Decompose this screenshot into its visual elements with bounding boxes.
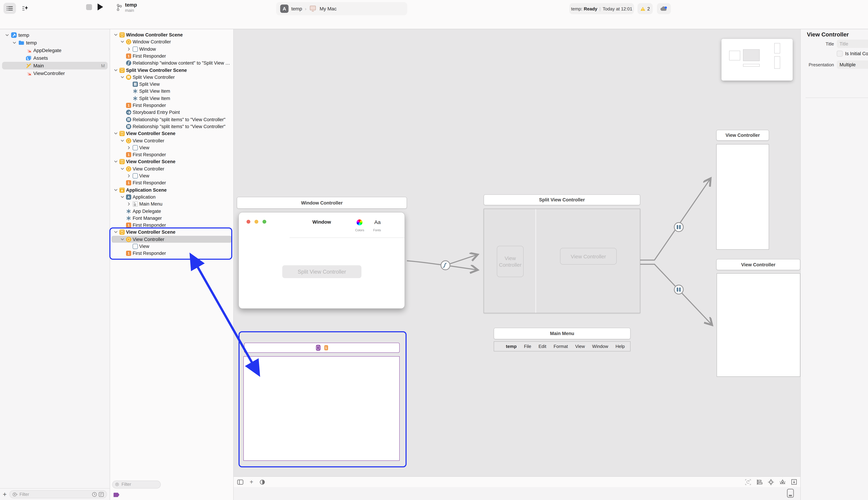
outline-row[interactable]: View Controller (112, 137, 232, 144)
outline-row[interactable]: View (112, 144, 232, 151)
add-object-button[interactable]: + (250, 479, 253, 484)
resolve-autolayout-icon[interactable] (779, 479, 786, 485)
filter-icon (12, 492, 18, 496)
navigator-bottom-bar: + Filter (0, 488, 110, 500)
outline-row[interactable]: 1First Responder (112, 53, 232, 59)
menu-item-window[interactable]: Window (592, 344, 608, 349)
outline-row[interactable]: Window Controller Scene (112, 32, 232, 38)
sparkle-assistant-icon[interactable] (20, 3, 31, 14)
outline-row[interactable]: AApplication (112, 194, 232, 201)
scheme-selector[interactable]: A temp › My Mac (276, 2, 407, 15)
menu-item-edit[interactable]: Edit (538, 344, 546, 349)
branch-icon (116, 2, 122, 12)
activity-status[interactable]: temp: Ready | Today at 12:01 (569, 3, 634, 14)
title-input[interactable]: Title (837, 39, 868, 48)
run-destination: My Mac (320, 6, 336, 11)
menu-item-file[interactable]: File (524, 344, 531, 349)
outline-row[interactable]: 1First Responder (112, 222, 232, 229)
status-prefix: temp: (571, 6, 582, 11)
outline-row[interactable]: Split View Item (112, 95, 232, 102)
outline-row[interactable]: Storyboard Entry Point (112, 109, 232, 116)
stop-button[interactable] (86, 4, 92, 10)
outline-row[interactable]: View Controller Scene (112, 229, 232, 236)
canvas-minimap[interactable] (721, 39, 793, 81)
window-controller-header[interactable]: Window Controller (237, 197, 407, 209)
fonts-label: Fonts (367, 228, 387, 232)
outline-row[interactable]: 1First Responder (112, 151, 232, 158)
fonts-aa-glyph: Aa (374, 219, 381, 225)
outline-row[interactable]: Window Controller (112, 38, 232, 45)
main-menu-bar[interactable]: tempFileEditFormatViewWindowHelp (494, 341, 630, 351)
split-view-controller-header[interactable]: Split View Controller (484, 194, 640, 205)
toolbar: temp main A temp › My Mac temp: Ready | … (0, 0, 868, 18)
outline-row[interactable]: View Controller (112, 236, 232, 243)
outline-row[interactable]: View Controller Scene (112, 130, 232, 137)
outline-row[interactable]: View Controller Scene (112, 158, 232, 165)
outline-row[interactable]: 1First Responder (112, 102, 232, 109)
appearance-toggle-icon[interactable] (260, 479, 265, 485)
window-controller-mock[interactable]: Window Colors Aa Fonts Split View Contro… (239, 212, 405, 309)
first-responder-dock-icon[interactable]: 1 (324, 345, 328, 350)
document-proxy[interactable]: temp main (116, 2, 137, 13)
navigator-toggle-button[interactable] (3, 3, 16, 14)
outline-row[interactable]: Relationship "window content" to "Split … (112, 59, 232, 67)
device-config-icon[interactable] (787, 489, 794, 498)
is-initial-controller-checkbox[interactable] (837, 51, 843, 57)
warnings-badge[interactable]: 2 (638, 3, 653, 14)
source-control-filter-icon[interactable] (99, 492, 104, 497)
file-item-temp[interactable]: temp (2, 31, 107, 39)
outline-row[interactable]: 1First Responder (112, 250, 232, 257)
menu-item-temp[interactable]: temp (506, 344, 517, 349)
run-button[interactable] (98, 3, 103, 10)
presentation-popup[interactable]: Multiple (837, 60, 868, 69)
navigator-filter-field[interactable]: Filter (9, 490, 107, 498)
outline-row[interactable]: View (112, 243, 232, 250)
outline-row[interactable]: Split View Controller (112, 74, 232, 81)
file-item-temp[interactable]: temp (2, 39, 107, 46)
menu-item-view[interactable]: View (575, 344, 585, 349)
align-icon[interactable] (756, 479, 763, 485)
outline-row[interactable]: Relationship "split items" to "View Cont… (112, 116, 232, 123)
outline-row[interactable]: View Controller (112, 165, 232, 172)
outline-row[interactable]: Split View (112, 81, 232, 88)
view-controller-bottom-header[interactable]: View Controller (716, 259, 800, 270)
view-controller-bottom-view[interactable] (717, 273, 800, 377)
cloud-status-button[interactable] (657, 3, 671, 14)
update-frames-icon[interactable] (745, 479, 751, 485)
outline-row[interactable]: Split View Controller Scene (112, 67, 232, 73)
recent-files-icon[interactable] (92, 492, 97, 497)
storyboard-canvas[interactable]: Window Controller Window Colors Aa Fonts… (234, 29, 800, 500)
is-initial-controller-label: Is Initial Controller (845, 51, 868, 56)
file-item-viewcontroller[interactable]: ViewController (2, 69, 107, 77)
split-view-controller-mock[interactable]: View Controller View Controller (484, 209, 640, 313)
file-item-appdelegate[interactable]: AppDelegate (2, 46, 107, 54)
filter-icon (115, 482, 120, 487)
outline-filter-field[interactable]: Filter (112, 480, 161, 488)
outline-row[interactable]: 1First Responder (112, 180, 232, 186)
add-constraints-icon[interactable] (768, 479, 774, 485)
file-status-badge: M (101, 63, 105, 68)
outline-row[interactable]: App Delegate (112, 208, 232, 215)
outline-row[interactable]: Relationship "split items" to "View Cont… (112, 123, 232, 130)
outline-row[interactable]: Font Manager (112, 215, 232, 222)
embed-in-icon[interactable] (791, 479, 797, 485)
main-menu-header[interactable]: Main Menu (494, 328, 630, 339)
selected-scene-dock[interactable]: 1 (244, 343, 400, 353)
outline-row[interactable]: View (112, 172, 232, 179)
view-controller-top-view[interactable] (716, 144, 769, 250)
view-controller-top-header[interactable]: View Controller (716, 130, 769, 141)
view-controller-dock-icon[interactable] (316, 345, 320, 351)
add-file-button[interactable]: + (3, 490, 7, 498)
split-left-placeholder: View Controller (497, 246, 524, 277)
menu-item-format[interactable]: Format (553, 344, 568, 349)
editor-sidebar-toggle-icon[interactable] (237, 479, 243, 485)
file-item-assets[interactable]: Assets (2, 54, 107, 62)
outline-row[interactable]: Split View Item (112, 88, 232, 95)
file-list: temptempAppDelegateAssetsMainMViewContro… (0, 29, 110, 488)
outline-row[interactable]: Window (112, 45, 232, 53)
file-item-main[interactable]: MainM (2, 62, 107, 69)
outline-row[interactable]: AApplication Scene (112, 186, 232, 193)
outline-row[interactable]: Main Menu (112, 201, 232, 207)
selected-view-controller-view[interactable] (243, 356, 400, 461)
menu-item-help[interactable]: Help (616, 344, 625, 349)
